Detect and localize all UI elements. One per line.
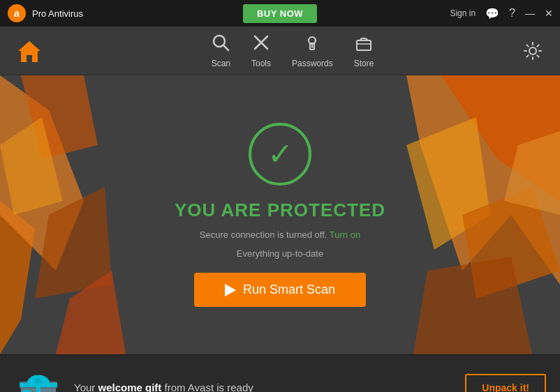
play-icon xyxy=(225,284,236,296)
nav-item-passwords[interactable]: Passwords xyxy=(292,33,333,68)
chat-icon[interactable]: 💬 xyxy=(485,7,499,20)
protection-title: YOU ARE PROTECTED xyxy=(175,199,385,221)
minimize-button[interactable]: — xyxy=(525,8,535,19)
store-icon xyxy=(355,33,373,56)
gift-suffix: from Avast is ready xyxy=(161,382,253,392)
logo-area: a Pro Antivirus xyxy=(7,3,83,23)
title-bar: a Pro Antivirus BUY NOW Sign in 💬 ? — ✕ xyxy=(0,0,560,27)
titlebar-controls: Sign in 💬 ? — ✕ xyxy=(450,7,553,20)
app-name-label: Pro Antivirus xyxy=(32,8,83,19)
decorative-right xyxy=(406,75,560,354)
nav-items: Scan Tools Passwords xyxy=(66,33,520,68)
svg-line-4 xyxy=(223,45,228,50)
center-content: ✓ YOU ARE PROTECTED Secure connection is… xyxy=(133,75,427,354)
svg-point-31 xyxy=(36,377,41,383)
navigation-bar: Scan Tools Passwords xyxy=(0,27,560,75)
passwords-icon xyxy=(303,33,321,56)
store-label: Store xyxy=(354,59,374,68)
turn-on-link[interactable]: Turn on xyxy=(330,229,360,240)
sign-in-button[interactable]: Sign in xyxy=(450,8,476,18)
scan-label: Scan xyxy=(212,59,230,68)
home-button[interactable] xyxy=(14,36,45,66)
svg-marker-2 xyxy=(18,41,40,62)
gift-icon xyxy=(14,363,63,393)
protection-prefix: YOU ARE xyxy=(175,199,267,220)
svg-text:a: a xyxy=(14,8,20,19)
subtitle1-text: Secure connection is turned off. xyxy=(200,229,327,240)
unpack-button[interactable]: Unpack it! xyxy=(465,374,546,393)
check-icon: ✓ xyxy=(267,139,293,169)
nav-item-scan[interactable]: Scan xyxy=(212,33,230,68)
avast-logo-icon: a xyxy=(7,3,27,23)
protection-status-circle: ✓ xyxy=(249,123,311,186)
svg-marker-23 xyxy=(413,257,532,354)
passwords-label: Passwords xyxy=(292,59,333,68)
nav-item-store[interactable]: Store xyxy=(354,33,374,68)
bottom-bar: Your welcome gift from Avast is ready Un… xyxy=(0,354,560,392)
svg-rect-28 xyxy=(20,383,57,387)
gift-prefix: Your xyxy=(74,382,98,392)
run-smart-scan-button[interactable]: Run Smart Scan xyxy=(194,273,366,307)
protection-highlight: PROTECTED xyxy=(267,199,385,220)
subtitle-line2: Everything up-to-date xyxy=(237,248,323,259)
settings-button[interactable] xyxy=(520,38,546,64)
decorative-left xyxy=(0,75,126,354)
main-content: ✓ YOU ARE PROTECTED Secure connection is… xyxy=(0,75,560,354)
nav-item-tools[interactable]: Tools xyxy=(251,33,271,68)
run-scan-label: Run Smart Scan xyxy=(243,282,335,297)
gift-text: Your welcome gift from Avast is ready xyxy=(74,382,454,392)
tools-icon xyxy=(252,33,270,56)
subtitle-line1: Secure connection is turned off. Turn on xyxy=(200,229,360,240)
gift-bold: welcome gift xyxy=(98,382,161,392)
svg-point-12 xyxy=(529,47,536,54)
close-button[interactable]: ✕ xyxy=(545,8,553,19)
help-icon[interactable]: ? xyxy=(509,7,515,20)
tools-label: Tools xyxy=(251,59,271,68)
svg-rect-10 xyxy=(357,40,371,50)
scan-icon xyxy=(212,33,230,56)
buy-now-button[interactable]: BUY NOW xyxy=(243,4,317,23)
